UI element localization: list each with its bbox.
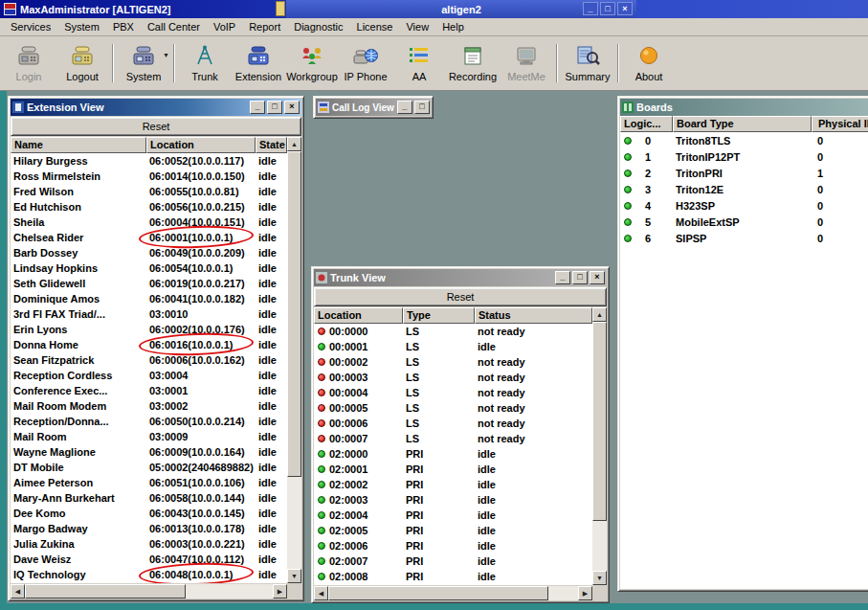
toolbar-button-ip-phone[interactable]: IP Phone bbox=[339, 38, 392, 88]
toolbar-button-system[interactable]: ▼ System bbox=[117, 38, 170, 88]
extension-row[interactable]: DT Mobile 05:0002(2404689882) idle bbox=[11, 460, 287, 475]
menu-item[interactable]: VoIP bbox=[207, 19, 242, 34]
trunk-row[interactable]: 00:0000 LS not ready bbox=[314, 324, 592, 339]
trunk-row[interactable]: 00:0004 LS not ready bbox=[314, 385, 592, 400]
trunk-row[interactable]: 02:0001 PRI idle bbox=[314, 462, 592, 477]
toolbar-button-trunk[interactable]: Trunk bbox=[178, 38, 232, 88]
toolbar-button-summary[interactable]: Summary bbox=[561, 38, 614, 88]
session-restore-button[interactable]: □ bbox=[600, 2, 615, 15]
trunk-view-titlebar[interactable]: Trunk View _ □ × bbox=[314, 269, 607, 286]
close-button[interactable]: × bbox=[590, 271, 605, 284]
board-row[interactable]: 4 H323SP 0 bbox=[620, 197, 868, 214]
extension-row[interactable]: Chelsea Rider 06:0001(10.0.0.1) idle bbox=[11, 230, 287, 245]
extension-row[interactable]: Hilary Burgess 06:0052(10.0.0.117) idle bbox=[11, 153, 287, 169]
scroll-down-icon[interactable]: ▼ bbox=[287, 569, 301, 583]
toolbar-button-aa[interactable]: AA bbox=[392, 38, 446, 88]
minimize-button[interactable]: _ bbox=[555, 271, 570, 284]
menu-item[interactable]: Report bbox=[242, 19, 287, 34]
board-row[interactable]: 2 TritonPRI 1 bbox=[620, 165, 868, 181]
extension-row[interactable]: 3rd Fl FAX Triad/... 03:0010 idle bbox=[11, 306, 287, 322]
trunk-row[interactable]: 02:0003 PRI idle bbox=[314, 492, 592, 508]
menu-item[interactable]: Help bbox=[435, 19, 471, 34]
toolbar-button-extension[interactable]: Extension bbox=[232, 38, 285, 88]
menu-item[interactable]: License bbox=[350, 19, 400, 34]
board-row[interactable]: 6 SIPSP 0 bbox=[620, 230, 868, 246]
board-row[interactable]: 5 MobileExtSP 0 bbox=[620, 214, 868, 230]
minimize-button[interactable]: _ bbox=[250, 101, 265, 114]
toolbar-button-login[interactable]: Login bbox=[2, 38, 56, 88]
toolbar-button-about[interactable]: About bbox=[622, 38, 676, 88]
extension-row[interactable]: Mail Room 03:0009 idle bbox=[11, 429, 287, 444]
extension-row[interactable]: Reception Cordless 03:0004 idle bbox=[11, 368, 287, 383]
menu-item[interactable]: Diagnostic bbox=[287, 19, 349, 34]
extension-view-titlebar[interactable]: Extension View _ □ × bbox=[11, 99, 301, 116]
minimize-button[interactable]: _ bbox=[397, 101, 412, 114]
extension-row[interactable]: Ed Hutchison 06:0056(10.0.0.215) idle bbox=[11, 199, 287, 215]
toolbar-button-workgroup[interactable]: Workgroup bbox=[285, 38, 339, 88]
scroll-down-icon[interactable]: ▼ bbox=[592, 571, 607, 585]
column-header-state[interactable]: State bbox=[256, 137, 287, 153]
scrollbar-thumb[interactable] bbox=[25, 584, 186, 599]
extension-row[interactable]: Seth Glidewell 06:0019(10.0.0.217) idle bbox=[11, 276, 287, 291]
trunk-row[interactable]: 00:0002 LS not ready bbox=[314, 354, 592, 370]
toolbar-button-meetme[interactable]: MeetMe bbox=[500, 38, 553, 88]
extension-row[interactable]: Julia Zukina 06:0003(10.0.0.221) idle bbox=[11, 536, 287, 552]
call-log-view-titlebar[interactable]: Call Log View _ □ × bbox=[316, 99, 431, 116]
session-minimize-button[interactable]: _ bbox=[583, 2, 598, 15]
scrollbar-thumb[interactable] bbox=[287, 151, 301, 477]
extension-row[interactable]: Barb Dossey 06:0049(10.0.0.209) idle bbox=[11, 245, 287, 260]
trunk-row[interactable]: 02:0008 PRI idle bbox=[314, 569, 592, 584]
extension-row[interactable]: Ross Mirmelstein 06:0014(10.0.0.150) idl… bbox=[11, 169, 287, 184]
extension-row[interactable]: IQ Technology 06:0048(10.0.0.1) idle bbox=[11, 567, 287, 582]
toolbar-button-logout[interactable]: Logout bbox=[56, 38, 109, 88]
extension-vertical-scrollbar[interactable]: ▲ ▼ bbox=[287, 137, 301, 583]
trunk-vertical-scrollbar[interactable]: ▲ ▼ bbox=[592, 307, 607, 585]
extension-horizontal-scrollbar[interactable]: ◀ ▶ bbox=[11, 584, 301, 599]
column-header-location[interactable]: Location bbox=[146, 137, 256, 153]
trunk-reset-button[interactable]: Reset bbox=[314, 287, 607, 306]
column-header-physical-id[interactable]: Physical ID bbox=[812, 116, 868, 132]
column-header-board-type[interactable]: Board Type bbox=[673, 116, 812, 132]
scrollbar-thumb[interactable] bbox=[592, 322, 607, 521]
main-titlebar[interactable]: MaxAdministrator [ALTIGEN2] altigen2 _ □… bbox=[0, 0, 868, 18]
scroll-left-icon[interactable]: ◀ bbox=[11, 584, 25, 599]
extension-row[interactable]: Dave Weisz 06:0047(10.0.0.112) idle bbox=[11, 552, 287, 567]
system-dropdown-icon[interactable]: ▼ bbox=[163, 52, 169, 58]
session-close-button[interactable]: × bbox=[617, 2, 633, 15]
extension-row[interactable]: Fred Wilson 06:0055(10.0.0.81) idle bbox=[11, 184, 287, 199]
trunk-row[interactable]: 00:0001 LS idle bbox=[314, 339, 592, 354]
extension-row[interactable]: Lindsay Hopkins 06:0054(10.0.0.1) idle bbox=[11, 260, 287, 276]
extension-row[interactable]: Sheila 06:0004(10.0.0.151) idle bbox=[11, 215, 287, 230]
menu-item[interactable]: System bbox=[57, 19, 106, 34]
menu-item[interactable]: Services bbox=[4, 19, 57, 34]
trunk-row[interactable]: 00:0006 LS not ready bbox=[314, 416, 592, 431]
trunk-row[interactable]: 00:0003 LS not ready bbox=[314, 370, 592, 385]
extension-row[interactable]: Wayne Maglione 06:0009(10.0.0.164) idle bbox=[11, 444, 287, 460]
trunk-row[interactable]: 02:0005 PRI idle bbox=[314, 523, 592, 538]
column-header-status[interactable]: Status bbox=[475, 307, 592, 324]
board-row[interactable]: 1 TritonIP12PT 0 bbox=[620, 148, 868, 165]
extension-reset-button[interactable]: Reset bbox=[11, 117, 301, 136]
scroll-right-icon[interactable]: ▶ bbox=[273, 584, 287, 599]
scroll-up-icon[interactable]: ▲ bbox=[287, 137, 301, 151]
maximize-button[interactable]: □ bbox=[267, 101, 282, 114]
extension-row[interactable]: Aimee Peterson 06:0051(10.0.0.106) idle bbox=[11, 475, 287, 490]
extension-row[interactable]: Conference Exec... 03:0001 idle bbox=[11, 383, 287, 398]
extension-row[interactable]: Dee Komo 06:0043(10.0.0.145) idle bbox=[11, 506, 287, 521]
scroll-up-icon[interactable]: ▲ bbox=[592, 307, 607, 322]
extension-row[interactable]: Erin Lyons 06:0002(10.0.0.176) idle bbox=[11, 322, 287, 337]
column-header-type[interactable]: Type bbox=[403, 307, 475, 324]
trunk-row[interactable]: 00:0005 LS not ready bbox=[314, 400, 592, 416]
scroll-left-icon[interactable]: ◀ bbox=[314, 586, 328, 600]
scrollbar-track[interactable] bbox=[328, 586, 578, 600]
trunk-horizontal-scrollbar[interactable]: ◀ ▶ bbox=[314, 586, 607, 600]
board-row[interactable]: 0 Triton8TLS 0 bbox=[620, 132, 868, 148]
scrollbar-track[interactable] bbox=[592, 322, 607, 571]
column-header-location[interactable]: Location bbox=[314, 307, 403, 324]
trunk-row[interactable]: 02:0000 PRI idle bbox=[314, 446, 592, 462]
scrollbar-track[interactable] bbox=[287, 151, 301, 569]
column-header-name[interactable]: Name bbox=[11, 137, 146, 153]
maximize-button[interactable]: □ bbox=[572, 271, 588, 284]
trunk-row[interactable]: 02:0002 PRI idle bbox=[314, 477, 592, 492]
boards-titlebar[interactable]: Boards bbox=[620, 99, 868, 116]
